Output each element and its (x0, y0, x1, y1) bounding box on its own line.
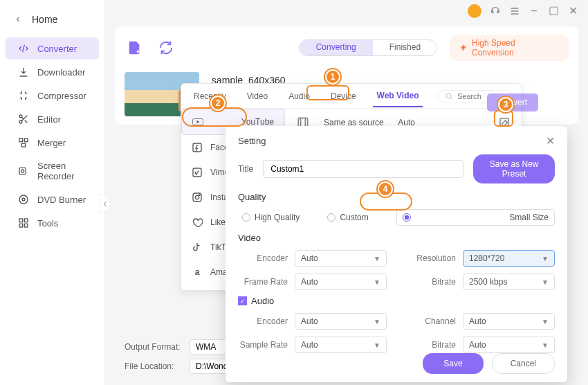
svg-rect-5 (19, 168, 26, 174)
audio-encoder-select[interactable]: Auto▼ (295, 313, 387, 330)
radio-custom[interactable]: Custom (327, 209, 368, 226)
radio-high-quality[interactable]: High Quality (242, 209, 300, 226)
resolution-select[interactable]: 1280*720▼ (463, 250, 555, 267)
title-label: Title (238, 164, 253, 174)
nav-editor[interactable]: Editor (6, 108, 99, 130)
bolt-icon (459, 44, 468, 52)
save-as-preset-button[interactable]: Save as New Preset (473, 154, 555, 183)
facebook-icon (191, 141, 203, 154)
chevron-down-icon: ▼ (374, 278, 380, 286)
callout-3: 3 (498, 97, 513, 112)
nav-dvd-burner[interactable]: DVD Burner (6, 188, 99, 211)
cancel-button[interactable]: Cancel (492, 353, 555, 374)
svg-point-6 (21, 170, 24, 172)
search-icon (445, 92, 453, 100)
nav-screen-recorder[interactable]: Screen Recorder (6, 155, 99, 187)
chevron-down-icon: ▼ (542, 318, 549, 325)
nav-converter[interactable]: Converter (6, 37, 99, 60)
file-plus-icon (127, 40, 142, 55)
video-bitrate-select[interactable]: 2500 kbps▼ (463, 274, 555, 290)
framerate-select[interactable]: Auto▼ (295, 274, 387, 290)
back-home[interactable]: Home (0, 6, 104, 33)
tab-video[interactable]: Video (243, 86, 272, 107)
compress-icon (18, 90, 29, 101)
encoder-label: Encoder (238, 253, 288, 263)
nav-compressor[interactable]: Compressor (6, 84, 99, 107)
menu-icon[interactable] (509, 6, 520, 17)
radio-dot-icon (242, 213, 250, 222)
channel-select[interactable]: Auto▼ (463, 313, 555, 330)
maximize-icon[interactable]: ▢ (548, 6, 559, 17)
radio-dot-icon (327, 213, 336, 222)
close-dialog-icon[interactable]: ✕ (546, 134, 555, 147)
merge-icon (18, 137, 29, 148)
close-window-icon[interactable]: ✕ (567, 6, 578, 17)
framerate-label: Frame Rate (238, 277, 288, 287)
svg-rect-10 (24, 219, 28, 222)
instagram-icon (191, 191, 203, 204)
svg-point-0 (19, 115, 22, 118)
audio-section-label: Audio (251, 296, 274, 306)
likee-icon (191, 216, 203, 229)
nav-label: Tools (37, 218, 58, 229)
radio-label: Custom (340, 213, 368, 222)
svg-rect-3 (24, 138, 28, 142)
nav-label: Converter (37, 44, 77, 54)
samplerate-select[interactable]: Auto▼ (295, 337, 387, 353)
svg-rect-4 (21, 143, 25, 147)
chevron-left-icon (14, 15, 22, 24)
svg-point-1 (19, 120, 22, 123)
nav-label: Downloader (37, 67, 85, 78)
nav-merger[interactable]: Merger (6, 132, 99, 154)
avatar[interactable] (468, 4, 481, 18)
callout-1: 1 (325, 69, 340, 84)
youtube-icon (192, 116, 204, 128)
minimize-icon[interactable]: − (529, 6, 540, 17)
svg-point-8 (22, 198, 25, 201)
tab-audio[interactable]: Audio (284, 86, 314, 107)
encoder-label: Encoder (238, 316, 288, 326)
radio-small-size[interactable]: Small Size (396, 209, 555, 226)
chevron-down-icon: ▼ (374, 341, 380, 349)
amazon-icon: a (191, 266, 203, 278)
video-section-label: Video (238, 233, 555, 243)
scissors-icon (18, 114, 29, 125)
chevron-down-icon: ▼ (374, 255, 380, 262)
record-icon (18, 165, 29, 177)
bitrate-label: Bitrate (406, 340, 456, 350)
tab-device[interactable]: Device (327, 86, 360, 107)
tab-converting[interactable]: Converting (300, 40, 373, 55)
high-speed-badge[interactable]: High Speed Conversion (450, 35, 569, 61)
vimeo-icon (191, 166, 203, 179)
preset-title-input[interactable] (263, 160, 463, 178)
converter-icon (18, 43, 29, 54)
video-encoder-select[interactable]: Auto▼ (295, 250, 387, 267)
headset-icon[interactable] (490, 6, 501, 17)
provider-label: YouTube (241, 117, 274, 127)
svg-rect-11 (19, 224, 23, 227)
refresh-icon (158, 40, 174, 55)
nav-downloader[interactable]: Downloader (6, 61, 99, 83)
svg-point-22 (199, 195, 200, 195)
save-button[interactable]: Save (423, 353, 483, 374)
samplerate-label: Sample Rate (238, 340, 288, 350)
audio-section: ✓Audio (238, 296, 555, 306)
download-icon (18, 66, 29, 78)
audio-bitrate-select[interactable]: Auto▼ (463, 337, 555, 353)
quality-section-label: Quality (238, 192, 555, 202)
callout-4: 4 (378, 181, 393, 197)
chevron-down-icon: ▼ (542, 255, 549, 262)
add-file-button[interactable] (125, 38, 144, 57)
grid-icon (18, 217, 29, 229)
nav-tools[interactable]: Tools (6, 212, 99, 234)
nav-label: Editor (37, 114, 61, 125)
refresh-button[interactable] (156, 38, 176, 57)
svg-rect-18 (193, 143, 201, 152)
svg-rect-12 (24, 224, 28, 227)
nav-label: Merger (37, 138, 66, 148)
radio-dot-icon (403, 213, 411, 222)
tiktok-icon (191, 241, 203, 253)
tab-finished[interactable]: Finished (373, 40, 437, 55)
tab-web-video[interactable]: Web Video (373, 85, 423, 107)
audio-checkbox[interactable]: ✓ (238, 296, 247, 305)
